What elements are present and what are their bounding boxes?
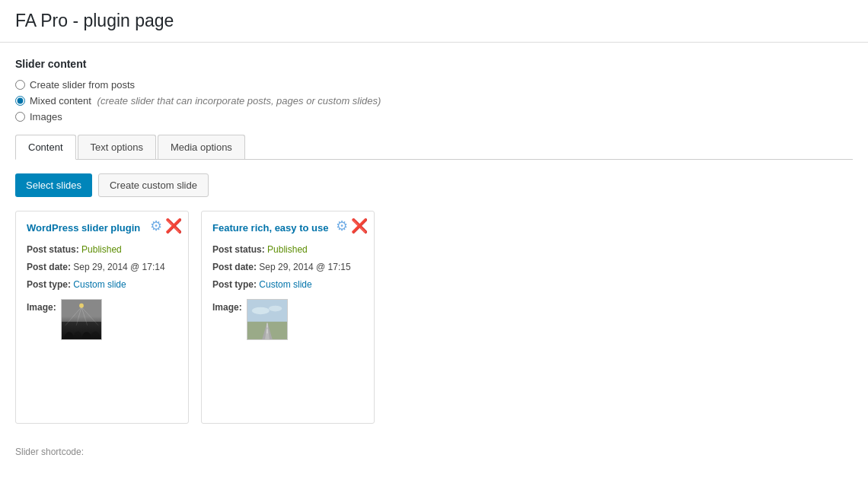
- radio-label-images[interactable]: Images: [30, 111, 62, 122]
- slide-card-1-icons: ⚙ ❌: [150, 218, 182, 234]
- slide-card-1-status: Post status: Published: [27, 243, 177, 257]
- slide-card-2-type: Post type: Custom slide: [212, 278, 363, 292]
- slide-card-1-type: Post type: Custom slide: [27, 278, 177, 292]
- radio-label-create-from-posts[interactable]: Create slider from posts: [30, 79, 135, 91]
- slide-1-image-svg: [62, 299, 101, 340]
- tab-text-options[interactable]: Text options: [78, 135, 156, 159]
- svg-point-2: [64, 332, 74, 340]
- slide-card-1-date: Post date: Sep 29, 2014 @ 17:14: [27, 260, 177, 275]
- radio-item-3: Images: [15, 111, 853, 122]
- slide-2-image-svg: [247, 299, 287, 340]
- radio-label-mixed-content[interactable]: Mixed content (create slider that can in…: [30, 95, 381, 107]
- tab-media-options[interactable]: Media options: [158, 135, 245, 159]
- radio-mixed-content-italic: (create slider that can incorporate post…: [97, 95, 381, 107]
- slide-card-2-date: Post date: Sep 29, 2014 @ 17:15: [212, 260, 363, 275]
- svg-point-3: [73, 331, 82, 340]
- create-custom-slide-button[interactable]: Create custom slide: [98, 173, 209, 197]
- slide-card-2-icons: ⚙ ❌: [336, 218, 368, 234]
- page-wrapper: FA Pro - plugin page Slider content Crea…: [0, 0, 868, 477]
- section-title: Slider content: [15, 58, 853, 70]
- slide-card-2-image-row: Image:: [212, 299, 363, 340]
- content-area: Slider content Create slider from posts …: [0, 43, 868, 472]
- close-icon-slide-2[interactable]: ❌: [351, 218, 368, 234]
- radio-mixed-content[interactable]: [15, 96, 25, 106]
- slide-card-1-title[interactable]: WordPress slider plugin: [27, 222, 147, 234]
- radio-group: Create slider from posts Mixed content (…: [15, 79, 853, 122]
- svg-point-12: [251, 307, 269, 314]
- slide-card-1-image-row: Image:: [27, 299, 177, 340]
- slide-card-2: ⚙ ❌ Feature rich, easy to use Post statu…: [201, 211, 375, 424]
- bottom-hint: Slider shortcode:: [15, 447, 853, 457]
- slide-card-1: ⚙ ❌ WordPress slider plugin Post status:…: [15, 211, 189, 424]
- close-icon-slide-1[interactable]: ❌: [165, 218, 182, 234]
- slide-card-2-status: Post status: Published: [212, 243, 363, 257]
- svg-point-5: [90, 331, 100, 340]
- radio-images[interactable]: [15, 112, 25, 122]
- gear-icon-slide-2[interactable]: ⚙: [336, 218, 348, 234]
- page-title-bar: FA Pro - plugin page: [0, 0, 868, 43]
- radio-item-1: Create slider from posts: [15, 79, 853, 91]
- slide-card-1-image-label: Image:: [27, 302, 56, 313]
- buttons-row: Select slides Create custom slide: [15, 173, 853, 197]
- tab-content[interactable]: Content: [15, 135, 76, 160]
- svg-point-4: [81, 332, 91, 340]
- slide-card-2-image-label: Image:: [212, 302, 242, 313]
- slide-card-2-thumbnail: [247, 299, 288, 340]
- gear-icon-slide-1[interactable]: ⚙: [150, 218, 162, 234]
- slides-container: ⚙ ❌ WordPress slider plugin Post status:…: [15, 211, 853, 424]
- slide-card-1-thumbnail: [61, 299, 102, 340]
- radio-item-2: Mixed content (create slider that can in…: [15, 95, 853, 107]
- slide-card-2-title[interactable]: Feature rich, easy to use: [212, 222, 333, 234]
- svg-point-13: [269, 305, 282, 311]
- radio-create-from-posts[interactable]: [15, 80, 25, 90]
- page-title: FA Pro - plugin page: [15, 11, 853, 31]
- svg-point-10: [79, 303, 84, 307]
- svg-rect-1: [62, 321, 101, 339]
- select-slides-button[interactable]: Select slides: [15, 173, 92, 197]
- tabs-bar: Content Text options Media options: [15, 135, 853, 160]
